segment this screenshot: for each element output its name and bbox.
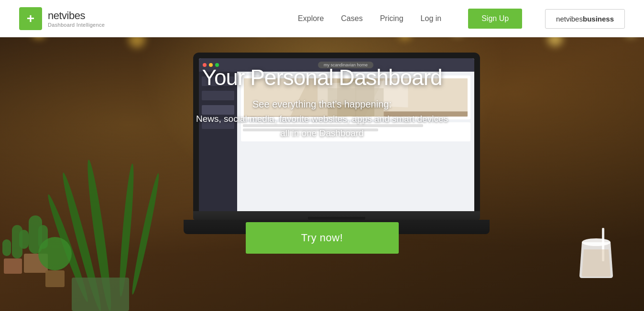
laptop-base [193,211,480,220]
svg-rect-14 [4,258,22,274]
content-line [243,124,424,127]
content-line [243,129,378,131]
plant-svg [0,43,201,311]
business-label-prefix: netvibes [556,15,583,23]
screen-sidebar [199,72,237,211]
laptop-screen: my scandinavian home [199,58,474,211]
hero-section: my scandinavian home [0,0,644,311]
svg-rect-12 [12,225,22,258]
svg-rect-5 [72,278,129,311]
svg-point-3 [129,172,162,295]
nav-pricing[interactable]: Pricing [380,14,404,23]
logo-icon: + [19,7,42,30]
svg-point-10 [38,237,72,270]
screen-card [241,75,470,119]
sidebar-item [202,91,234,100]
screen-max-dot [215,63,219,67]
screen-card-image [244,78,468,117]
header: + netvibes Dashboard Intelligence Explor… [0,0,644,37]
screen-body [199,72,474,211]
main-nav: Explore Cases Pricing Log in Sign Up net… [298,9,625,29]
business-button[interactable]: netvibesbusiness [545,9,625,29]
svg-point-1 [117,163,136,297]
laptop-screen-outer: my scandinavian home [193,53,480,211]
screen-url-bar: my scandinavian home [318,62,373,68]
svg-rect-20 [244,116,328,117]
screen-close-dot [203,63,207,67]
room-svg [244,78,468,117]
nav-cases[interactable]: Cases [341,14,362,23]
cup-decoration [577,223,615,282]
sidebar-item [202,76,234,86]
logo[interactable]: + netvibes Dashboard Intelligence [19,7,105,30]
cup-svg [577,223,615,280]
screen-card-2 [241,122,470,141]
screen-min-dot [209,63,213,67]
plant-decoration [0,43,201,311]
screen-content: my scandinavian home [199,58,474,211]
nav-explore[interactable]: Explore [298,14,324,23]
business-label-bold: business [583,15,614,23]
screen-main [237,72,474,211]
svg-rect-21 [383,111,468,117]
sidebar-item [202,119,234,129]
try-now-button[interactable]: Try now! [246,222,399,254]
svg-point-23 [582,238,611,246]
svg-rect-11 [45,270,65,287]
signup-button[interactable]: Sign Up [468,9,522,29]
sidebar-item [202,105,234,115]
screen-toolbar: my scandinavian home [199,58,474,72]
logo-name: netvibes [48,10,105,22]
try-now-container: Try now! [246,222,399,254]
logo-tagline: Dashboard Intelligence [48,22,105,28]
laptop: my scandinavian home [193,53,480,234]
svg-rect-13 [2,239,11,256]
room-simulation [244,78,468,117]
logo-text: netvibes Dashboard Intelligence [48,10,105,28]
nav-login[interactable]: Log in [421,14,442,23]
